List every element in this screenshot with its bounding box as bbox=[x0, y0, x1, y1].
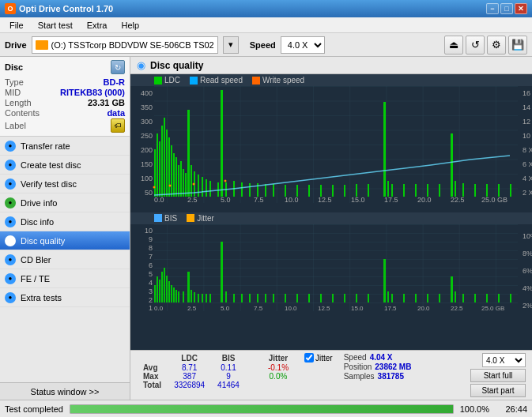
svg-rect-164 bbox=[474, 294, 476, 302]
stats-area: LDC BIS Jitter Avg 8.71 0.11 -0.1% Max 3… bbox=[130, 350, 532, 400]
svg-rect-39 bbox=[171, 145, 172, 197]
disc-refresh-button[interactable]: ↻ bbox=[111, 60, 125, 74]
disc-length-value: 23.31 GB bbox=[88, 98, 125, 107]
drive-selector[interactable]: (O:) TSSTcorp BDDVDW SE-506CB TS02 bbox=[32, 36, 218, 54]
svg-rect-145 bbox=[273, 294, 274, 302]
sidebar-nav: ● Transfer rate ● Create test disc ● Ver… bbox=[0, 137, 130, 307]
progress-bar-fill bbox=[70, 405, 453, 413]
position-value: 23862 MB bbox=[375, 363, 411, 371]
action-speed-select[interactable]: 4.0 X 2.0 X bbox=[482, 353, 526, 367]
start-part-button[interactable]: Start part bbox=[470, 384, 526, 397]
save-button[interactable]: 💾 bbox=[508, 36, 527, 54]
legend-write-speed: Write speed bbox=[252, 76, 304, 85]
sidebar-item-create-test-disc-label: Create test disc bbox=[21, 160, 81, 170]
sidebar-item-cd-bler[interactable]: ● CD Bler bbox=[0, 250, 130, 269]
stats-total-ldc: 3326894 bbox=[168, 381, 211, 389]
svg-text:12.5: 12.5 bbox=[318, 305, 330, 311]
svg-rect-159 bbox=[427, 294, 428, 302]
app-icon: O bbox=[5, 3, 16, 14]
minimize-button[interactable]: − bbox=[486, 3, 499, 14]
maximize-button[interactable]: □ bbox=[500, 3, 513, 14]
svg-text:150: 150 bbox=[141, 160, 153, 168]
svg-rect-152 bbox=[356, 294, 357, 302]
svg-text:300: 300 bbox=[141, 118, 153, 126]
main-content: Disc ↻ Type BD-R MID RITEKB83 (000) Leng… bbox=[0, 57, 532, 400]
speed-info-label: Speed bbox=[344, 353, 367, 362]
jitter-checkbox-label: Jitter bbox=[315, 354, 333, 363]
start-full-button[interactable]: Start full bbox=[470, 369, 526, 382]
svg-rect-133 bbox=[194, 292, 195, 302]
jitter-checkbox[interactable] bbox=[304, 353, 314, 363]
status-window-label: Status window >> bbox=[31, 387, 100, 396]
svg-rect-132 bbox=[191, 290, 192, 302]
svg-rect-128 bbox=[175, 290, 177, 302]
close-button[interactable]: ✕ bbox=[515, 3, 527, 14]
svg-text:2.5: 2.5 bbox=[187, 196, 198, 203]
sidebar-item-drive-info-label: Drive info bbox=[21, 198, 57, 208]
stats-avg-jitter: -0.1% bbox=[262, 363, 295, 372]
disc-label-icon-button[interactable]: 🏷 bbox=[111, 118, 125, 133]
sidebar-item-disc-quality[interactable]: ● Disc quality bbox=[0, 231, 130, 250]
refresh-button[interactable]: ↺ bbox=[466, 36, 485, 54]
svg-text:9: 9 bbox=[149, 235, 153, 243]
svg-text:5.0: 5.0 bbox=[221, 305, 230, 311]
legend-ldc-label: LDC bbox=[164, 76, 180, 85]
svg-text:250: 250 bbox=[141, 132, 153, 140]
sidebar-item-create-test-disc[interactable]: ● Create test disc bbox=[0, 156, 130, 175]
svg-text:22.5: 22.5 bbox=[451, 305, 463, 311]
svg-rect-131 bbox=[187, 272, 190, 302]
svg-rect-120 bbox=[157, 276, 158, 302]
svg-rect-83 bbox=[510, 184, 511, 197]
svg-rect-121 bbox=[159, 280, 160, 302]
stats-header-ldc: LDC bbox=[168, 353, 211, 363]
menu-file[interactable]: File bbox=[3, 20, 30, 31]
disc-length-label: Length bbox=[5, 98, 32, 107]
svg-rect-166 bbox=[498, 294, 500, 302]
sidebar-item-extra-tests[interactable]: ● Extra tests bbox=[0, 288, 130, 307]
menu-start-test[interactable]: Start test bbox=[32, 20, 79, 31]
svg-text:15.0: 15.0 bbox=[351, 196, 365, 203]
settings-button[interactable]: ⚙ bbox=[487, 36, 506, 54]
disc-label-label: Label bbox=[5, 121, 26, 130]
jitter-checkbox-area: Jitter bbox=[304, 353, 333, 363]
sidebar-item-disc-info[interactable]: ● Disc info bbox=[0, 212, 130, 231]
svg-rect-161 bbox=[451, 276, 453, 302]
disc-quality-header-title: Disc quality bbox=[150, 60, 203, 71]
stats-total-label: Total bbox=[137, 381, 168, 389]
svg-text:100: 100 bbox=[141, 175, 153, 182]
drive-dropdown-button[interactable]: ▾ bbox=[223, 36, 239, 54]
svg-text:2: 2 bbox=[149, 296, 153, 304]
menu-help[interactable]: Help bbox=[115, 20, 145, 31]
status-window-button[interactable]: Status window >> bbox=[0, 382, 130, 400]
svg-point-86 bbox=[193, 183, 195, 186]
menu-extra[interactable]: Extra bbox=[81, 20, 114, 31]
svg-rect-68 bbox=[356, 184, 357, 197]
svg-rect-49 bbox=[198, 175, 199, 197]
svg-rect-34 bbox=[159, 141, 160, 197]
sidebar: Disc ↻ Type BD-R MID RITEKB83 (000) Leng… bbox=[0, 57, 130, 400]
sidebar-item-drive-info[interactable]: ● Drive info bbox=[0, 193, 130, 212]
bis-color-swatch bbox=[154, 214, 162, 222]
svg-rect-67 bbox=[344, 185, 345, 197]
sidebar-item-transfer-rate[interactable]: ● Transfer rate bbox=[0, 137, 130, 156]
transfer-rate-icon: ● bbox=[5, 141, 16, 152]
svg-rect-69 bbox=[368, 184, 369, 197]
svg-rect-125 bbox=[168, 281, 170, 302]
svg-rect-158 bbox=[415, 294, 417, 302]
svg-rect-156 bbox=[391, 294, 393, 302]
position-label: Position bbox=[344, 363, 372, 371]
progress-percentage: 100.0% bbox=[460, 404, 489, 414]
stats-max-jitter: 0.0% bbox=[262, 372, 295, 381]
svg-text:15.0: 15.0 bbox=[351, 305, 364, 311]
svg-text:2 X: 2 X bbox=[523, 189, 532, 197]
right-panel: ◉ Disc quality LDC Read speed Write spee… bbox=[130, 57, 532, 400]
sidebar-item-verify-test-disc[interactable]: ● Verify test disc bbox=[0, 175, 130, 193]
eject-button[interactable]: ⏏ bbox=[444, 36, 463, 54]
svg-rect-155 bbox=[387, 291, 389, 302]
sidebar-item-fe-te[interactable]: ● FE / TE bbox=[0, 269, 130, 288]
svg-rect-58 bbox=[249, 183, 251, 197]
speed-select[interactable]: 4.0 X 2.0 X 1.0 X bbox=[281, 36, 325, 54]
svg-rect-146 bbox=[285, 294, 286, 302]
svg-text:10.0: 10.0 bbox=[285, 305, 297, 311]
stats-max-bis: 9 bbox=[211, 372, 246, 381]
